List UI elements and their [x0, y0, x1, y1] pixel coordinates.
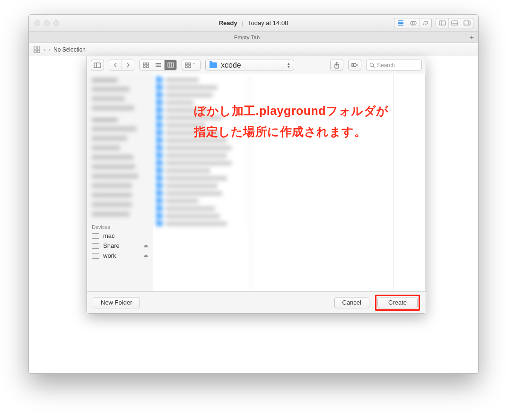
sidebar-item-label: Share — [103, 242, 120, 249]
sidebar-blurred-section — [87, 76, 153, 221]
minimize-window-icon[interactable] — [44, 20, 50, 26]
build-time-label: Today at 14:08 — [248, 19, 288, 26]
svg-rect-12 — [34, 47, 36, 49]
svg-rect-21 — [147, 66, 149, 68]
browser-column-2[interactable] — [251, 74, 393, 291]
sidebar-item-label: work — [103, 252, 116, 259]
svg-rect-19 — [147, 63, 149, 65]
column-view-icon[interactable] — [164, 60, 176, 70]
back-button[interactable] — [109, 60, 122, 70]
svg-rect-8 — [452, 21, 458, 25]
search-placeholder: Search — [377, 62, 395, 69]
folder-icon — [210, 62, 217, 68]
tags-button[interactable] — [348, 60, 361, 70]
disk-icon — [92, 253, 99, 259]
new-tab-button[interactable]: + — [465, 32, 478, 43]
build-status-label: Ready — [219, 19, 237, 26]
window-traffic-lights[interactable] — [29, 20, 59, 26]
search-icon — [369, 62, 375, 68]
share-button[interactable] — [330, 60, 343, 70]
path-label: xcode — [221, 61, 241, 70]
svg-point-35 — [370, 63, 373, 66]
left-panel-toggle-icon[interactable] — [436, 18, 448, 28]
tabbar: Empty Tab + — [29, 32, 478, 43]
svg-rect-16 — [94, 63, 101, 68]
svg-rect-18 — [143, 63, 145, 65]
svg-rect-30 — [185, 66, 187, 68]
sidebar-device-share[interactable]: Share ⏏ — [87, 241, 153, 251]
zoom-window-icon[interactable] — [53, 20, 59, 26]
disk-icon — [92, 233, 99, 239]
chevron-down-icon: ˅ — [193, 63, 195, 68]
svg-rect-15 — [37, 50, 40, 52]
button-label: Cancel — [342, 299, 361, 306]
editor-mode-segmented[interactable] — [394, 18, 432, 28]
nav-segmented[interactable] — [109, 60, 134, 70]
save-sheet: ˅ xcode ▴▾ Search — [87, 56, 426, 314]
sheet-footer: New Folder Cancel Create — [87, 291, 426, 313]
xcode-window: Ready | Today at 14:08 — [28, 14, 479, 374]
nav-forward-icon[interactable]: › — [49, 46, 51, 53]
button-label: Create — [388, 299, 407, 306]
svg-line-36 — [373, 66, 375, 68]
new-folder-button[interactable]: New Folder — [93, 297, 140, 308]
svg-rect-25 — [168, 63, 174, 67]
separator: | — [242, 19, 243, 26]
bottom-panel-toggle-icon[interactable] — [448, 18, 461, 28]
sidebar-device-work[interactable]: work ⏏ — [87, 251, 153, 261]
panel-visibility-segmented[interactable] — [436, 18, 473, 28]
button-label: New Folder — [101, 299, 132, 306]
close-window-icon[interactable] — [35, 20, 40, 26]
svg-rect-28 — [185, 63, 187, 65]
breadcrumb: No Selection — [53, 46, 86, 53]
disk-icon — [92, 243, 99, 249]
browser-column-3[interactable] — [393, 74, 426, 291]
standard-editor-icon[interactable] — [394, 18, 407, 28]
sidebar-device-mac[interactable]: mac — [87, 231, 153, 241]
icon-view-icon[interactable] — [140, 60, 152, 70]
stepper-icon: ▴▾ — [288, 62, 290, 69]
svg-rect-10 — [464, 21, 470, 25]
column-browser[interactable]: › › › › › › › › › › › › › › › — [153, 74, 426, 291]
sidebar-section-devices: Devices — [87, 221, 153, 231]
grouping-dropdown[interactable]: ˅ — [182, 60, 201, 70]
assistant-editor-icon[interactable] — [407, 18, 419, 28]
sheet-sidebar: Devices mac Share ⏏ work ⏏ — [87, 74, 153, 291]
tab-empty[interactable]: Empty Tab — [29, 32, 465, 43]
editor-area: ˅ xcode ▴▾ Search — [29, 56, 478, 373]
sidebar-toggle-button[interactable] — [91, 60, 104, 70]
svg-rect-20 — [143, 66, 145, 68]
search-field[interactable]: Search — [366, 60, 422, 70]
browser-column-1[interactable]: › › › › › › › › › › › › › › › — [153, 74, 251, 291]
forward-button[interactable] — [122, 60, 134, 70]
svg-rect-13 — [37, 47, 40, 49]
cancel-button[interactable]: Cancel — [334, 297, 369, 308]
svg-rect-14 — [34, 50, 36, 52]
svg-rect-31 — [189, 66, 191, 68]
nav-back-icon[interactable]: ‹ — [44, 46, 46, 53]
related-items-icon[interactable] — [33, 45, 41, 54]
plus-icon: + — [470, 33, 474, 41]
svg-point-34 — [353, 65, 354, 66]
eject-icon[interactable]: ⏏ — [144, 253, 148, 258]
path-dropdown[interactable]: xcode ▴▾ — [205, 60, 294, 70]
titlebar: Ready | Today at 14:08 — [29, 15, 478, 32]
eject-icon[interactable]: ⏏ — [144, 243, 148, 248]
view-mode-segmented[interactable] — [139, 60, 177, 70]
sheet-toolbar: ˅ xcode ▴▾ Search — [87, 56, 426, 74]
jump-bar: ‹ › No Selection — [29, 43, 478, 56]
version-editor-icon[interactable] — [419, 18, 431, 28]
right-panel-toggle-icon[interactable] — [461, 18, 473, 28]
list-view-icon[interactable] — [152, 60, 164, 70]
annotation-highlight-box: Create — [375, 295, 420, 311]
sidebar-item-label: mac — [103, 232, 115, 239]
svg-rect-6 — [439, 21, 446, 25]
tab-label: Empty Tab — [234, 35, 260, 40]
create-button[interactable]: Create — [377, 297, 418, 308]
sheet-body: Devices mac Share ⏏ work ⏏ — [87, 74, 426, 291]
svg-rect-29 — [189, 63, 191, 65]
